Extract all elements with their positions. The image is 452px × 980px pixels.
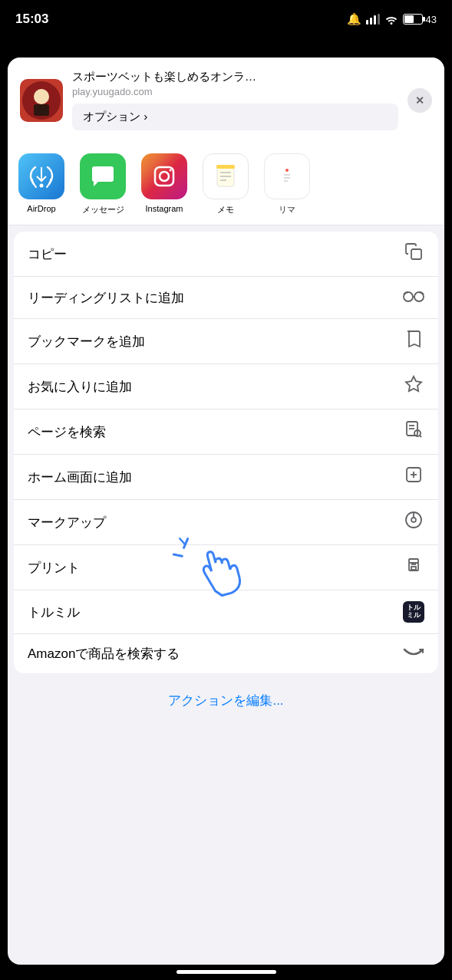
close-icon: ✕: [415, 94, 424, 107]
action-amazon[interactable]: Amazonで商品を検索する: [14, 634, 438, 673]
print-icon: [403, 556, 424, 579]
action-bookmark[interactable]: ブックマークを追加: [14, 319, 438, 364]
svg-rect-37: [411, 567, 416, 570]
battery-icon: 43: [403, 14, 437, 25]
app-item-airdrop[interactable]: AirDrop: [17, 153, 66, 215]
svg-marker-24: [406, 377, 421, 391]
add-square-icon: [403, 465, 424, 488]
svg-point-7: [40, 184, 44, 188]
star-icon: [403, 375, 424, 398]
svg-rect-2: [374, 15, 376, 25]
svg-rect-15: [216, 165, 235, 169]
svg-line-27: [420, 436, 421, 437]
svg-rect-21: [411, 249, 421, 259]
page-thumbnail: [20, 79, 63, 122]
messages-icon: [80, 153, 126, 199]
svg-point-5: [34, 89, 49, 104]
status-bar: 15:03 🔔 43: [0, 0, 452, 38]
action-find-label: ページを検索: [28, 423, 106, 441]
airdrop-icon: [18, 153, 64, 199]
action-reading-label: リーディングリストに追加: [28, 289, 184, 307]
action-reading-list[interactable]: リーディングリストに追加: [14, 277, 438, 319]
svg-point-10: [170, 169, 172, 172]
close-button[interactable]: ✕: [407, 88, 432, 113]
apps-row: AirDrop メッセージ Instagram: [8, 141, 444, 225]
app-item-instagram[interactable]: Instagram: [140, 153, 189, 215]
tolmil-icon: トルミル: [403, 601, 424, 623]
action-print-label: プリント: [28, 559, 80, 577]
action-copy[interactable]: コピー: [14, 232, 438, 277]
action-bookmark-label: ブックマークを追加: [28, 333, 145, 350]
instagram-label: Instagram: [146, 204, 183, 213]
bell-icon: 🔔: [347, 12, 361, 26]
amazon-icon: [403, 645, 424, 663]
memo-icon: [203, 153, 249, 199]
page-url: play.yuugado.com: [72, 86, 398, 97]
action-find[interactable]: ページを検索: [14, 409, 438, 455]
action-favorites[interactable]: お気に入りに追加: [14, 364, 438, 409]
memo-label: メモ: [217, 204, 234, 215]
options-button[interactable]: オプション ›: [72, 104, 398, 130]
svg-rect-6: [34, 104, 49, 116]
airdrop-label: AirDrop: [27, 204, 55, 213]
svg-rect-3: [378, 14, 380, 25]
svg-point-34: [411, 518, 416, 522]
share-sheet: スポーツベットも楽しめるオンラ… play.yuugado.com オプション …: [8, 58, 444, 965]
home-indicator: [177, 970, 276, 974]
book-icon: [403, 330, 424, 353]
action-tolmil[interactable]: トルミル トルミル: [14, 590, 438, 634]
action-print[interactable]: プリント: [14, 545, 438, 590]
action-markup[interactable]: マークアップ: [14, 500, 438, 545]
reminder-label: リマ: [279, 204, 295, 215]
svg-rect-1: [370, 18, 372, 25]
edit-actions-label: アクションを編集...: [168, 693, 283, 708]
page-title: スポーツベットも楽しめるオンラ…: [72, 70, 398, 84]
status-icons: 🔔 43: [347, 12, 437, 26]
actions-container: コピー リーディングリストに追加: [8, 225, 444, 965]
action-add-home[interactable]: ホーム画面に追加: [14, 455, 438, 500]
app-item-reminder[interactable]: リマ: [262, 153, 312, 215]
svg-point-17: [285, 169, 289, 172]
edit-actions[interactable]: アクションを編集...: [8, 679, 444, 722]
action-add-home-label: ホーム画面に追加: [28, 469, 132, 486]
action-amazon-label: Amazonで商品を検索する: [28, 645, 180, 663]
page-info: スポーツベットも楽しめるオンラ… play.yuugado.com オプション …: [72, 70, 398, 130]
action-list: コピー リーディングリストに追加: [14, 232, 438, 673]
action-tolmil-label: トルミル: [28, 603, 80, 621]
share-header: スポーツベットも楽しめるオンラ… play.yuugado.com オプション …: [8, 58, 444, 141]
wifi-icon: [384, 14, 398, 25]
action-markup-label: マークアップ: [28, 514, 106, 531]
app-item-messages[interactable]: メッセージ: [78, 153, 127, 215]
status-time: 15:03: [15, 12, 48, 27]
action-copy-label: コピー: [28, 245, 67, 263]
reminder-icon: [264, 153, 310, 199]
svg-point-9: [160, 172, 169, 181]
svg-rect-0: [366, 20, 368, 25]
instagram-icon: [141, 153, 187, 199]
search-doc-icon: [403, 420, 424, 443]
signal-icon: [366, 14, 380, 25]
markup-icon: [403, 511, 424, 534]
app-item-memo[interactable]: メモ: [201, 153, 250, 215]
messages-label: メッセージ: [82, 204, 124, 215]
action-favorites-label: お気に入りに追加: [28, 378, 132, 396]
glasses-icon: [403, 288, 424, 307]
copy-icon: [403, 242, 424, 265]
